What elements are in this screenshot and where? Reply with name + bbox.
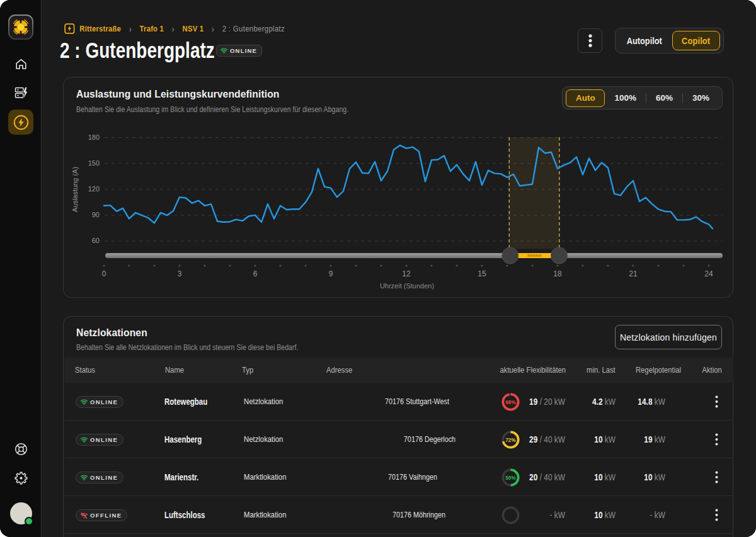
svg-text:Uhrzeit (Stunden): Uhrzeit (Stunden) [380, 282, 434, 290]
svg-text:12: 12 [402, 269, 411, 278]
svg-text:21: 21 [629, 269, 638, 278]
svg-text:9: 9 [329, 269, 333, 278]
svg-text:150: 150 [88, 159, 100, 167]
svg-text:18: 18 [553, 269, 562, 278]
svg-text:6: 6 [253, 269, 258, 278]
svg-text:60: 60 [92, 237, 100, 244]
svg-text:90: 90 [92, 211, 100, 218]
svg-text:0: 0 [102, 269, 106, 278]
svg-text:15: 15 [478, 269, 486, 278]
svg-text:24: 24 [704, 269, 713, 278]
svg-text:Auslastung (A): Auslastung (A) [71, 167, 79, 212]
svg-text:3: 3 [178, 269, 182, 278]
svg-text:180: 180 [88, 133, 100, 141]
svg-text:120: 120 [88, 185, 100, 193]
